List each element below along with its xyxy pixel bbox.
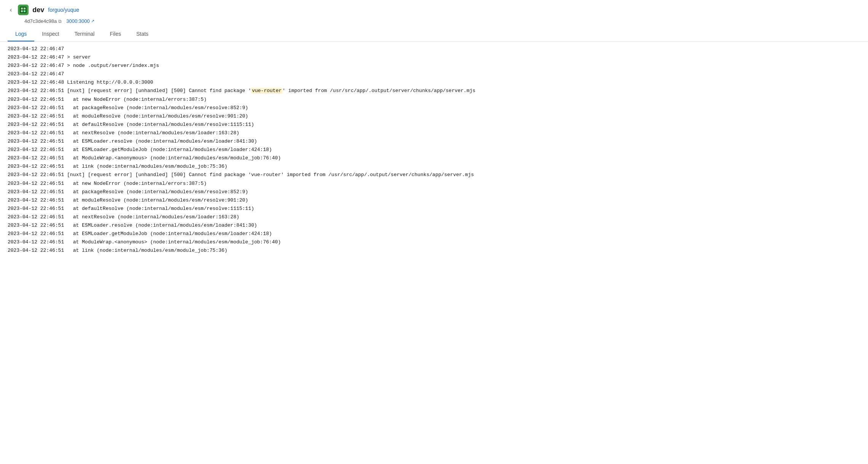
tab-inspect[interactable]: Inspect: [34, 27, 67, 41]
log-line: 2023-04-12 22:46:51 at ESMLoader.resolve…: [8, 137, 860, 146]
commit-hash: 4d7c3de4c98a ⧉: [24, 18, 62, 24]
log-line: 2023-04-12 22:46:51 at new NodeError (no…: [8, 180, 860, 188]
copy-icon[interactable]: ⧉: [58, 19, 62, 24]
log-line: 2023-04-12 22:46:51 [nuxt] [request erro…: [8, 87, 860, 95]
log-line: 2023-04-12 22:46:48 Listening http://0.0…: [8, 78, 860, 87]
log-line: 2023-04-12 22:46:51 at nextResolve (node…: [8, 129, 860, 137]
tabs: Logs Inspect Terminal Files Stats: [8, 27, 860, 41]
log-line: 2023-04-12 22:46:51 [nuxt] [request erro…: [8, 171, 860, 179]
log-line: 2023-04-12 22:46:51 at ESMLoader.resolve…: [8, 221, 860, 230]
log-line: 2023-04-12 22:46:51 at link (node:intern…: [8, 246, 860, 255]
log-line: 2023-04-12 22:46:47 > server: [8, 53, 860, 62]
app-icon: [18, 5, 29, 15]
log-line: 2023-04-12 22:46:51 at moduleResolve (no…: [8, 196, 860, 205]
log-line: 2023-04-12 22:46:51 at link (node:intern…: [8, 162, 860, 171]
svg-rect-3: [24, 8, 26, 10]
log-line: 2023-04-12 22:46:51 at ModuleWrap.<anony…: [8, 238, 860, 246]
back-button[interactable]: ‹: [8, 6, 14, 14]
log-container: 2023-04-12 22:46:472023-04-12 22:46:47 >…: [0, 42, 868, 258]
log-line: 2023-04-12 22:46:51 at nextResolve (node…: [8, 213, 860, 221]
header-top: ‹ dev forguo/yuque: [8, 5, 860, 15]
tab-terminal[interactable]: Terminal: [67, 27, 102, 41]
log-line: 2023-04-12 22:46:47 > node .output/serve…: [8, 62, 860, 70]
app-name: dev: [32, 6, 44, 14]
log-line: 2023-04-12 22:46:51 at packageResolve (n…: [8, 188, 860, 196]
svg-rect-1: [20, 6, 27, 13]
header-meta: 4d7c3de4c98a ⧉ 3000:3000 ↗: [8, 18, 860, 24]
log-line: 2023-04-12 22:46:51 at defaultResolve (n…: [8, 205, 860, 213]
tab-logs[interactable]: Logs: [8, 27, 34, 41]
highlighted-package: vue-router: [251, 88, 282, 94]
log-line: 2023-04-12 22:46:47: [8, 70, 860, 78]
tab-stats[interactable]: Stats: [129, 27, 156, 41]
log-line: 2023-04-12 22:46:51 at ESMLoader.getModu…: [8, 230, 860, 238]
log-line: 2023-04-12 22:46:51 at ESMLoader.getModu…: [8, 146, 860, 154]
log-line: 2023-04-12 22:46:51 at moduleResolve (no…: [8, 112, 860, 121]
svg-rect-5: [24, 10, 26, 12]
tab-files[interactable]: Files: [102, 27, 129, 41]
app-repo-link[interactable]: forguo/yuque: [48, 7, 79, 13]
log-line: 2023-04-12 22:46:51 at new NodeError (no…: [8, 95, 860, 104]
svg-rect-2: [21, 8, 23, 10]
log-line: 2023-04-12 22:46:51 at ModuleWrap.<anony…: [8, 154, 860, 162]
log-line: 2023-04-12 22:46:47: [8, 45, 860, 53]
header: ‹ dev forguo/yuque 4d7c3de4c98a ⧉ 3000:3…: [0, 0, 868, 42]
log-line: 2023-04-12 22:46:51 at defaultResolve (n…: [8, 121, 860, 129]
log-line: 2023-04-12 22:46:51 at packageResolve (n…: [8, 104, 860, 112]
external-link-icon: ↗: [91, 19, 94, 24]
svg-rect-4: [21, 10, 23, 12]
port-link[interactable]: 3000:3000 ↗: [66, 18, 94, 24]
